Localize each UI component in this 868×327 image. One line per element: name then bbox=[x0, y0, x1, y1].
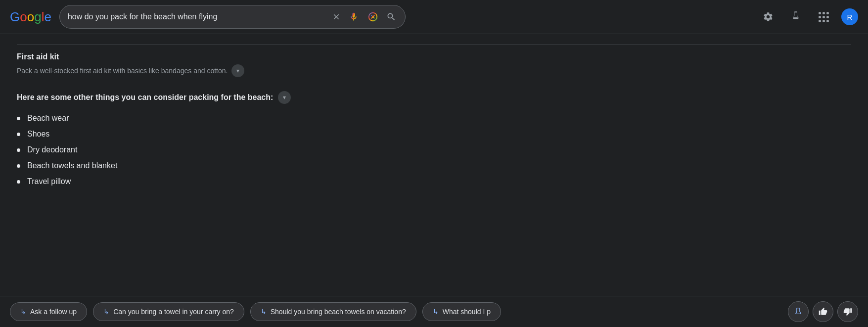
bullet-dot-icon bbox=[17, 133, 20, 136]
search-submit-button[interactable] bbox=[385, 11, 397, 23]
bullet-dot-icon bbox=[17, 148, 20, 152]
bullet-dot-icon bbox=[17, 180, 20, 184]
list-item: Beach towels and blanket bbox=[17, 161, 851, 170]
suggestion-3-label: What should I p bbox=[443, 308, 491, 316]
lens-icon bbox=[366, 10, 379, 23]
google-logo: Google bbox=[10, 9, 51, 25]
mic-icon bbox=[348, 11, 360, 23]
suggestion-2-button[interactable]: ↳ Should you bring beach towels on vacat… bbox=[250, 302, 416, 321]
list-item-text: Dry deodorant bbox=[27, 145, 77, 154]
apps-grid-icon bbox=[819, 12, 829, 22]
consider-expand-button[interactable]: ▾ bbox=[278, 91, 291, 104]
top-divider bbox=[17, 44, 851, 45]
suggestion-3-button[interactable]: ↳ What should I p bbox=[422, 302, 501, 321]
main-content: First aid kit Pack a well-stocked first … bbox=[0, 34, 868, 210]
settings-button[interactable] bbox=[758, 7, 778, 27]
flask-icon bbox=[790, 11, 801, 22]
suggestion-1-arrow-icon: ↳ bbox=[103, 308, 109, 316]
thumbs-down-icon bbox=[843, 307, 852, 316]
follow-up-arrow-icon: ↳ bbox=[20, 308, 26, 316]
first-aid-expand-button[interactable]: ▾ bbox=[231, 64, 244, 77]
list-item-text: Beach towels and blanket bbox=[27, 161, 117, 170]
list-item: Shoes bbox=[17, 130, 851, 139]
labs-action-button[interactable] bbox=[788, 301, 809, 322]
thumbs-down-button[interactable] bbox=[837, 301, 858, 322]
clear-search-button[interactable] bbox=[331, 11, 342, 22]
labs-button[interactable] bbox=[786, 7, 806, 27]
suggestion-2-arrow-icon: ↳ bbox=[261, 308, 267, 316]
first-aid-subtitle: Pack a well-stocked first aid kit with b… bbox=[17, 64, 851, 77]
suggestion-1-button[interactable]: ↳ Can you bring a towel in your carry on… bbox=[93, 302, 244, 321]
list-item-text: Shoes bbox=[27, 130, 49, 139]
bullet-dot-icon bbox=[17, 117, 20, 120]
list-item: Beach wear bbox=[17, 114, 851, 123]
suggestion-3-arrow-icon: ↳ bbox=[433, 308, 439, 316]
header-right: R bbox=[758, 7, 858, 27]
header: Google bbox=[0, 0, 868, 34]
apps-button[interactable] bbox=[814, 7, 833, 27]
list-item-text: Travel pillow bbox=[27, 177, 71, 186]
list-item: Dry deodorant bbox=[17, 145, 851, 154]
suggestion-1-label: Can you bring a towel in your carry on? bbox=[113, 308, 234, 316]
suggestion-2-label: Should you bring beach towels on vacatio… bbox=[271, 308, 406, 316]
search-icon bbox=[386, 12, 396, 22]
thumbs-up-icon bbox=[819, 307, 827, 316]
first-aid-section: First aid kit Pack a well-stocked first … bbox=[17, 52, 851, 77]
list-item-text: Beach wear bbox=[27, 114, 69, 123]
lens-search-button[interactable] bbox=[365, 9, 380, 24]
list-item: Travel pillow bbox=[17, 177, 851, 186]
search-bar bbox=[59, 5, 406, 29]
chevron-down-icon: ▾ bbox=[236, 67, 239, 74]
ask-follow-up-button[interactable]: ↳ Ask a follow up bbox=[10, 302, 87, 321]
thumbs-up-button[interactable] bbox=[813, 301, 833, 322]
consider-title: Here are some other things you can consi… bbox=[17, 91, 851, 104]
action-bar: ↳ Ask a follow up ↳ Can you bring a towe… bbox=[0, 296, 868, 327]
close-icon bbox=[332, 12, 341, 21]
gear-icon bbox=[763, 11, 774, 22]
flask-action-icon bbox=[794, 307, 803, 316]
first-aid-title: First aid kit bbox=[17, 52, 851, 61]
packing-list: Beach wear Shoes Dry deodorant Beach tow… bbox=[17, 114, 851, 186]
search-bar-wrapper bbox=[59, 5, 406, 29]
bullet-dot-icon bbox=[17, 164, 20, 168]
user-avatar[interactable]: R bbox=[841, 8, 858, 25]
action-bar-right bbox=[788, 301, 858, 322]
chevron-down-icon-2: ▾ bbox=[283, 94, 286, 101]
consider-section: Here are some other things you can consi… bbox=[17, 91, 851, 186]
voice-search-button[interactable] bbox=[347, 10, 361, 24]
search-input[interactable] bbox=[68, 12, 326, 21]
follow-up-label: Ask a follow up bbox=[30, 308, 77, 316]
